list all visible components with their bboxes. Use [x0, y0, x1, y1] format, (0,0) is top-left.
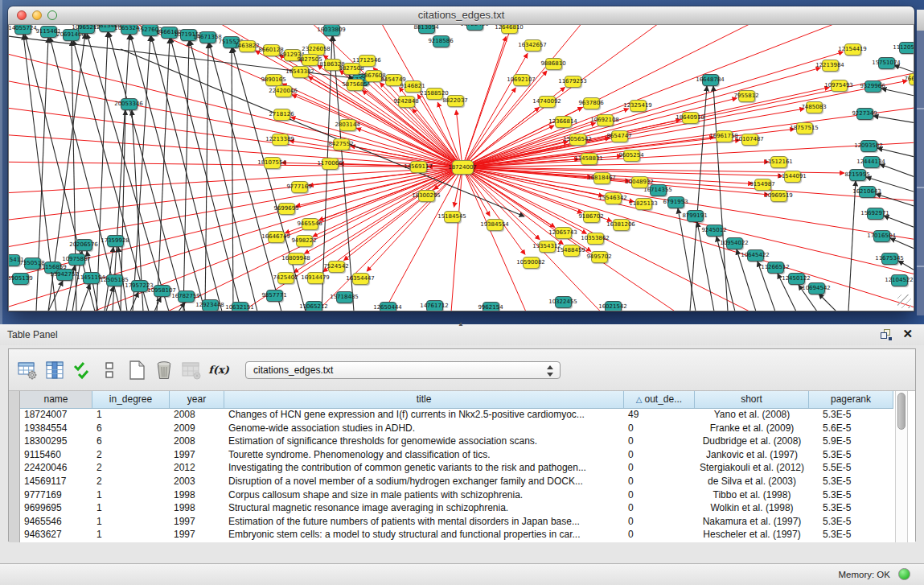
graph-node[interactable]: 17359928 — [107, 235, 124, 247]
table-row[interactable]: 946362711997Embryonic stem cells: a mode… — [20, 528, 893, 542]
table-cell[interactable]: 49 — [624, 408, 695, 422]
graph-node[interactable]: 12923448 — [202, 299, 219, 311]
graph-node[interactable]: 21588520 — [426, 88, 443, 100]
graph-node[interactable]: 9857771 — [266, 290, 283, 302]
graph-node[interactable]: 14740092 — [539, 96, 556, 108]
table-cell[interactable]: de Silva et al. (2003) — [695, 475, 809, 488]
graph-node[interactable]: 20053346 — [121, 98, 138, 110]
table-cell[interactable]: 1 — [92, 488, 170, 502]
graph-node[interactable]: 12213389 — [272, 134, 289, 146]
table-cell[interactable]: 1998 — [170, 488, 224, 502]
column-header-in-degree[interactable]: in_degree — [92, 391, 170, 408]
graph-node[interactable]: 18757515 — [796, 122, 813, 134]
graph-node[interactable]: 15488459 — [563, 245, 580, 257]
graph-node[interactable]: 2803144 — [339, 119, 356, 131]
table-cell[interactable]: Estimation of the future numbers of pati… — [224, 515, 624, 529]
table-cell[interactable]: 1 — [92, 528, 170, 542]
graph-node[interactable]: 16033809 — [323, 25, 340, 36]
table-cell[interactable]: Corpus callosum shape and size in male p… — [224, 488, 624, 502]
table-cell[interactable]: 5.3E-5 — [809, 408, 893, 422]
graph-node[interactable]: 15722405 — [466, 25, 483, 31]
graph-node[interactable]: 9637806 — [583, 97, 600, 109]
graph-node[interactable]: 18640910 — [682, 112, 699, 124]
graph-node[interactable]: 8813054 — [418, 25, 435, 34]
table-cell[interactable]: Estimation of significance thresholds fo… — [224, 435, 624, 448]
table-cell[interactable]: 9463627 — [20, 528, 92, 542]
table-cell[interactable]: 0 — [624, 501, 695, 515]
graph-node[interactable]: 10590082 — [523, 257, 540, 269]
table-cell[interactable]: Genome-wide association studies in ADHD. — [224, 422, 624, 435]
graph-node[interactable]: 7955812 — [738, 90, 755, 102]
scrollbar-thumb[interactable] — [897, 393, 906, 430]
table-row[interactable]: 1872400712008Changes of HCN gene express… — [20, 408, 893, 422]
close-window-button[interactable] — [17, 10, 27, 20]
graph-node[interactable]: 2867608 — [365, 70, 382, 82]
graph-node[interactable]: 16342657 — [524, 39, 541, 51]
graph-node[interactable]: 15751074 — [878, 57, 895, 69]
graph-node[interactable]: 2718126 — [273, 109, 290, 121]
graph-node[interactable]: 16961758 — [716, 130, 733, 142]
table-row[interactable]: 969969511998Structural magnetic resonanc… — [20, 501, 893, 515]
table-cell[interactable]: 9699695 — [20, 501, 92, 515]
graph-node[interactable]: 20691406 — [63, 29, 80, 41]
graph-node[interactable]: 16714355 — [650, 184, 667, 196]
graph-node[interactable]: 12104522 — [891, 274, 908, 286]
graph-node[interactable]: 9777169 — [291, 181, 308, 193]
table-cell[interactable]: 5.5E-5 — [809, 461, 893, 475]
graph-node[interactable]: 11675345 — [881, 253, 898, 265]
table-cell[interactable]: 2 — [92, 475, 170, 488]
graph-node[interactable]: 10969519 — [770, 190, 787, 202]
graph-node[interactable]: 7663852 — [909, 73, 915, 85]
graph-node[interactable]: 15692971 — [867, 208, 884, 220]
graph-node[interactable]: 12646810 — [501, 25, 518, 34]
table-row[interactable]: 911546021997Tourette syndrome. Phenomeno… — [20, 448, 893, 462]
graph-node[interactable]: 16021542 — [605, 301, 622, 312]
table-cell[interactable]: 1998 — [170, 501, 224, 515]
graph-node[interactable]: 9498222 — [296, 235, 313, 247]
select-checks-icon[interactable] — [70, 358, 94, 382]
column-header-year[interactable]: year — [170, 391, 224, 408]
graph-node[interactable]: 11512161 — [770, 156, 787, 168]
graph-node[interactable]: 16809948 — [288, 253, 305, 265]
graph-node[interactable]: 10353862 — [587, 233, 604, 245]
table-cell[interactable]: Tourette syndrome. Phenomenology and cla… — [224, 448, 624, 462]
graph-node[interactable]: 3915411 — [8, 254, 20, 266]
table-cell[interactable]: 1 — [92, 515, 170, 529]
graph-node[interactable]: 8454749 — [385, 74, 402, 86]
table-cell[interactable]: 14569117 — [20, 475, 92, 488]
table-cell[interactable]: Structural magnetic resonance image aver… — [224, 501, 624, 515]
column-header-short[interactable]: short — [695, 391, 809, 408]
graph-node[interactable]: 9827508 — [343, 63, 360, 75]
graph-node[interactable]: 12450122 — [788, 273, 805, 285]
graph-node[interactable]: 13942757 — [56, 269, 73, 281]
graph-node[interactable]: 7463822 — [239, 40, 256, 52]
graph-node[interactable]: 8427552 — [333, 138, 350, 150]
graph-node[interactable]: 9890165 — [265, 74, 282, 86]
table-cell[interactable]: 9465546 — [20, 515, 92, 529]
rows-icon[interactable] — [97, 358, 121, 382]
table-cell[interactable]: 5.3E-5 — [809, 475, 893, 488]
graph-node[interactable]: 9245012 — [706, 225, 723, 237]
table-cell[interactable]: Changes of HCN gene expression and I(f) … — [224, 408, 624, 422]
table-cell[interactable]: 18300295 — [20, 435, 92, 448]
table-cell[interactable]: 2012 — [170, 461, 224, 475]
graph-node[interactable]: 10632151 — [232, 302, 248, 312]
table-row[interactable]: 977716911998Corpus callosum shape and si… — [20, 488, 893, 502]
table-cell[interactable]: Disruption of a novel member of a sodium… — [224, 475, 624, 488]
float-window-icon[interactable] — [881, 329, 892, 340]
graph-node[interactable]: 16543382 — [292, 66, 309, 78]
table-row[interactable]: 1938455462009Genome-wide association stu… — [20, 422, 893, 435]
graph-node[interactable]: 9329966 — [864, 80, 881, 93]
graph-node[interactable]: 19384554 — [487, 219, 503, 231]
zoom-window-button[interactable] — [47, 10, 57, 20]
table-cell[interactable]: 9777169 — [20, 488, 92, 502]
graph-node[interactable]: 13354312 — [539, 241, 556, 253]
table-cell[interactable]: Jankovic et al. (1997) — [695, 448, 809, 462]
graph-node[interactable]: 12325419 — [630, 100, 647, 112]
table-cell[interactable]: 19384554 — [20, 422, 92, 435]
table-cell[interactable]: Stergiakouli et al. (2012) — [695, 461, 809, 475]
graph-node[interactable]: 11458831 — [581, 153, 598, 165]
graph-node[interactable]: 10694542 — [808, 282, 825, 295]
table-cell[interactable]: 0 — [624, 515, 695, 529]
graph-node[interactable]: 7485083 — [806, 101, 823, 113]
